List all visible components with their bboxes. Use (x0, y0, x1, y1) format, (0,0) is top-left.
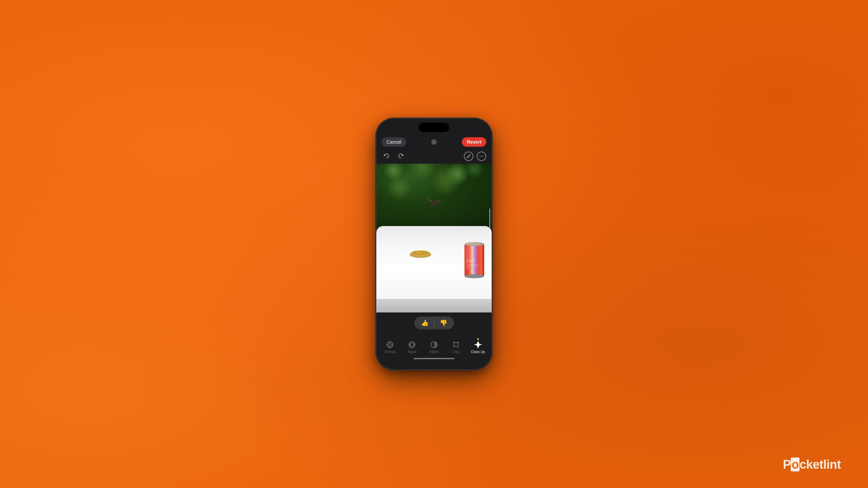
iphone-device: Cancel Revert (376, 119, 492, 369)
feedback-row: 👍 👎 (376, 312, 492, 332)
svg-point-18 (389, 343, 391, 346)
home-indicator (414, 358, 454, 359)
tab-filters[interactable]: Filters (426, 340, 442, 354)
dynamic-island (419, 123, 449, 132)
filters-label: Filters (429, 350, 438, 354)
feedback-divider (434, 320, 434, 326)
food-item (409, 248, 427, 256)
feedback-pill: 👍 👎 (414, 317, 454, 329)
photo-area[interactable]: Coca TASTE (376, 164, 492, 312)
scroll-indicator (489, 208, 490, 236)
thumbs-down-button[interactable]: 👎 (440, 319, 447, 327)
tab-cleanup[interactable]: Clean Up (470, 340, 487, 354)
phone-screen: Cancel Revert (376, 119, 492, 369)
tab-adjust[interactable]: Adjust (403, 340, 420, 354)
thumbs-up-button[interactable]: 👍 (421, 319, 429, 327)
svg-point-2 (481, 156, 482, 157)
portrait-label: Portrait (384, 350, 395, 354)
coca-cola-can: Coca TASTE (463, 239, 486, 280)
svg-point-13 (465, 274, 484, 278)
tab-crop[interactable]: Crop (448, 340, 465, 354)
cleanup-label: Clean Up (471, 350, 485, 354)
cleanup-icon (474, 340, 482, 349)
active-tab-dot (477, 338, 479, 340)
redo-button[interactable] (396, 151, 406, 161)
table-rim (376, 299, 492, 312)
portrait-icon (386, 340, 394, 349)
spacer (376, 332, 492, 339)
crop-icon (452, 340, 460, 349)
toolbar-right-group (464, 151, 486, 161)
svg-point-9 (416, 251, 421, 253)
revert-button[interactable]: Revert (462, 137, 486, 147)
svg-text:TASTE: TASTE (468, 264, 479, 266)
cancel-button[interactable]: Cancel (382, 137, 406, 147)
secondary-toolbar (376, 150, 492, 164)
filters-icon (430, 340, 438, 349)
toolbar-left-group (382, 151, 406, 161)
pocketlint-logo: Pocketlint (783, 458, 841, 472)
svg-point-3 (482, 156, 483, 157)
svg-point-1 (480, 156, 480, 157)
adjust-label: Adjust (407, 350, 417, 354)
more-options-button[interactable] (477, 151, 486, 161)
tab-bar: Portrait Adjust (376, 339, 492, 357)
svg-rect-16 (466, 246, 469, 269)
logo-text: Pocketlint (783, 458, 841, 471)
svg-marker-33 (474, 341, 482, 348)
svg-point-12 (468, 243, 481, 245)
photo-scene: Coca TASTE (376, 164, 492, 312)
bird (425, 194, 445, 210)
svg-point-24 (410, 343, 414, 346)
center-indicator (431, 139, 437, 145)
logo-accent: o (791, 458, 800, 471)
svg-rect-28 (454, 343, 458, 347)
bottom-area: 👍 👎 (376, 312, 492, 369)
tab-portrait[interactable]: Portrait (381, 340, 398, 354)
undo-button[interactable] (382, 151, 391, 161)
markup-button[interactable] (464, 151, 473, 161)
adjust-icon (408, 340, 416, 349)
crop-label: Crop (452, 350, 460, 354)
